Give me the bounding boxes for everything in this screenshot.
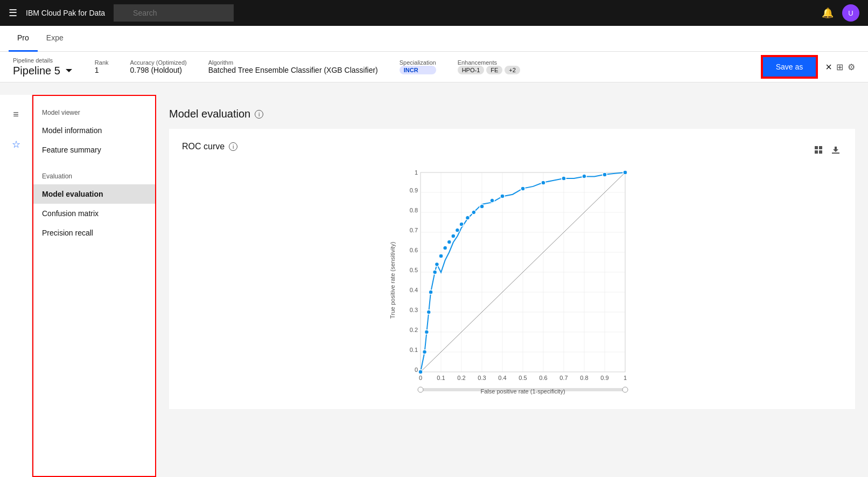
svg-rect-1 (819, 146, 822, 149)
svg-rect-3 (819, 150, 822, 154)
pipeline-title: Pipeline 5 (13, 65, 73, 77)
enhancements-label: Enhancements (458, 59, 520, 66)
rank-value: 1 (95, 66, 109, 74)
accuracy-meta: Accuracy (Optimized) 0.798 (Holdout) (130, 59, 187, 74)
pipeline-details-group: Pipeline details Pipeline 5 (13, 57, 73, 77)
avatar[interactable]: U (842, 4, 859, 22)
svg-point-37 (451, 234, 456, 238)
svg-text:0.3: 0.3 (478, 375, 486, 381)
svg-text:0.7: 0.7 (410, 227, 418, 233)
svg-rect-4 (832, 153, 839, 154)
algorithm-label: Algorithm (208, 59, 378, 66)
svg-point-48 (582, 174, 586, 178)
panel-item-precision-recall[interactable]: Precision recall (33, 223, 155, 243)
chart-download-button[interactable] (829, 143, 842, 158)
svg-text:0: 0 (415, 367, 418, 373)
svg-point-44 (500, 194, 505, 198)
svg-point-39 (459, 222, 464, 226)
svg-text:0.8: 0.8 (410, 207, 418, 213)
svg-point-45 (521, 186, 525, 191)
svg-text:0: 0 (419, 375, 422, 381)
svg-point-29 (424, 330, 429, 334)
svg-point-46 (541, 181, 545, 185)
layout-icon[interactable]: ⊞ (836, 62, 843, 72)
pipeline-meta: Rank 1 Accuracy (Optimized) 0.798 (Holdo… (95, 59, 740, 74)
enh-badge-hpo1: HPO-1 (458, 66, 485, 74)
svg-rect-0 (815, 146, 818, 149)
specialization-meta: Specialization INCR (400, 59, 436, 74)
sidebar-list-icon[interactable]: ≡ (5, 103, 27, 125)
model-viewer-panel: Model viewer Model information Feature s… (32, 95, 156, 477)
svg-point-42 (480, 204, 484, 209)
svg-text:0.9: 0.9 (600, 375, 608, 381)
accuracy-value: 0.798 (Holdout) (130, 66, 187, 74)
svg-text:0.1: 0.1 (437, 375, 445, 381)
evaluation-label: Evaluation (33, 168, 155, 184)
save-as-button[interactable]: Save as (762, 56, 817, 78)
chart-table-button[interactable] (812, 143, 825, 158)
svg-point-35 (443, 246, 447, 250)
filter-icon[interactable]: ⚙ (848, 62, 855, 72)
svg-rect-2 (815, 150, 818, 154)
top-navigation: ☰ IBM Cloud Pak for Data 🔔 U (0, 0, 868, 26)
svg-text:0.2: 0.2 (410, 327, 418, 333)
chart-info-icon[interactable]: i (229, 142, 237, 151)
tab-expe[interactable]: Expe (38, 26, 72, 52)
section-info-icon[interactable]: i (255, 110, 263, 119)
search-wrap (114, 4, 437, 22)
left-sidebar: ≡ ☆ (0, 95, 32, 477)
svg-point-40 (465, 216, 470, 220)
svg-text:True positive rate (sensitivit: True positive rate (sensitivity) (389, 242, 396, 319)
panel-item-model-evaluation[interactable]: Model evaluation (33, 184, 155, 204)
svg-point-28 (423, 350, 427, 354)
search-input[interactable] (114, 4, 234, 22)
svg-text:0.6: 0.6 (539, 375, 547, 381)
brand-name: IBM Cloud Pak for Data (26, 9, 105, 17)
roc-curve-chart: True positive rate (sensitivity) (388, 164, 636, 396)
svg-text:1: 1 (624, 375, 627, 381)
enhancements-badges: HPO-1 FE +2 (458, 66, 520, 74)
specialization-label: Specialization (400, 59, 436, 66)
svg-text:1: 1 (415, 169, 418, 176)
panel-item-feature-summary[interactable]: Feature summary (33, 140, 155, 160)
close-button[interactable]: × (825, 61, 832, 73)
svg-point-33 (435, 262, 439, 266)
svg-text:0.3: 0.3 (410, 307, 418, 313)
algorithm-value: Batched Tree Ensemble Classifier (XGB Cl… (208, 66, 378, 74)
panel-item-confusion-matrix[interactable]: Confusion matrix (33, 204, 155, 223)
svg-point-41 (472, 210, 476, 215)
secondary-navigation: Pro Expe (0, 26, 868, 52)
svg-point-49 (603, 172, 607, 177)
specialization-badge: INCR (400, 66, 436, 74)
section-title: Model evaluation i (169, 108, 855, 120)
svg-point-36 (447, 240, 451, 244)
notification-icon[interactable]: 🔔 (822, 7, 834, 19)
menu-icon[interactable]: ☰ (9, 7, 17, 19)
svg-point-30 (426, 310, 431, 314)
svg-point-27 (418, 370, 423, 374)
svg-text:0.5: 0.5 (519, 375, 527, 381)
enh-badge-plus: +2 (505, 66, 520, 74)
svg-point-74 (418, 387, 423, 392)
sidebar-star-icon[interactable]: ☆ (5, 134, 27, 155)
pipeline-title-text: Pipeline 5 (13, 65, 60, 77)
svg-point-31 (429, 290, 433, 294)
rank-label: Rank (95, 59, 109, 66)
svg-point-34 (439, 254, 443, 258)
panel-item-model-information[interactable]: Model information (33, 121, 155, 140)
chart-header: ROC curve i (182, 142, 842, 160)
header-actions: Save as × ⊞ ⚙ (762, 56, 855, 78)
main-layout: ≡ ☆ Model viewer Model information Featu… (0, 95, 868, 477)
svg-point-75 (622, 387, 628, 392)
x-axis-label: False positive rate (1-specificity) (480, 388, 565, 395)
topnav-right: 🔔 U (822, 4, 859, 22)
main-content: Model evaluation i ROC curve i (156, 95, 868, 477)
svg-text:0.1: 0.1 (410, 347, 418, 353)
svg-text:0.4: 0.4 (498, 375, 506, 381)
chevron-down-icon[interactable] (65, 66, 73, 75)
svg-text:0.4: 0.4 (410, 287, 418, 293)
panel-divider (33, 160, 155, 168)
chart-title: ROC curve i (182, 142, 237, 151)
tab-pro[interactable]: Pro (9, 26, 38, 52)
rank-meta: Rank 1 (95, 59, 109, 74)
